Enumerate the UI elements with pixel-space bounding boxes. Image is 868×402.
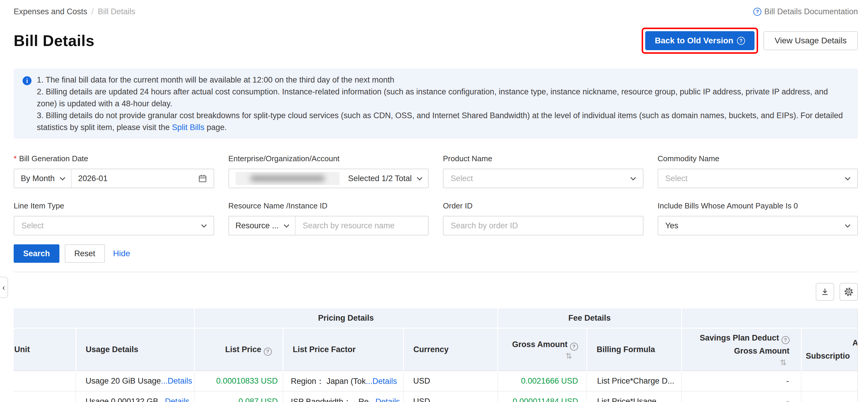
title-row: Bill Details Back to Old Version ? View … [14, 28, 858, 54]
back-to-old-version-button[interactable]: Back to Old Version ? [645, 31, 754, 50]
bill-details-table: Pricing Details Fee Details Unit Usage D… [14, 308, 858, 402]
col-currency: Currency [403, 328, 498, 371]
page-title: Bill Details [14, 32, 94, 49]
col-list-price: List Price? [194, 328, 283, 371]
group-fee-details: Fee Details [498, 308, 681, 328]
cell-list-price-factor: ISP Bandwidth： - Re...Details [283, 391, 403, 402]
back-to-old-version-label: Back to Old Version [655, 36, 734, 45]
usage-details-link[interactable]: ...Details [161, 376, 192, 386]
line-item-type-placeholder: Select [14, 221, 202, 230]
factor-details-link[interactable]: ...Details [369, 397, 400, 402]
chevron-down-icon [417, 175, 422, 180]
order-id-input[interactable] [443, 221, 643, 230]
filter-order-id: Order ID [443, 201, 644, 235]
commodity-name-select[interactable]: Select [658, 169, 858, 188]
gear-icon [844, 287, 854, 297]
topbar: Expenses and Costs / Bill Details ? Bill… [14, 7, 858, 16]
bill-generation-date-field: By Month 2026-01 [14, 169, 214, 188]
product-name-select[interactable]: Select [443, 169, 644, 188]
help-circle-icon[interactable]: ? [781, 336, 789, 344]
account-tag [236, 172, 340, 185]
filter-line-item-type: Line Item Type Select [14, 201, 214, 235]
notice-text: 1. The final bill data for the current m… [37, 74, 848, 133]
commodity-name-placeholder: Select [658, 174, 846, 183]
cell-list-price: 0.087 USD [194, 391, 283, 402]
cell-billing-formula: List Price*Usage [587, 391, 681, 402]
download-icon [820, 287, 830, 297]
group-pricing-details: Pricing Details [194, 308, 498, 328]
bill-details-documentation-link[interactable]: ? Bill Details Documentation [753, 7, 858, 16]
bill-generation-date-label: *Bill Generation Date [14, 154, 214, 163]
usage-details-link[interactable]: ...Details [158, 397, 189, 402]
account-label: Enterprise/Organization/Account [228, 154, 429, 163]
zero-amount-bills-label: Include Bills Whose Amount Payable Is 0 [658, 201, 858, 210]
resource-name-input[interactable] [296, 221, 428, 230]
column-settings-button[interactable] [839, 283, 858, 301]
group-blank-right [681, 308, 858, 328]
col-clipped-subscription: A Subscriptio [801, 328, 858, 371]
cell-unit [14, 371, 76, 391]
title-buttons: Back to Old Version ? View Usage Details [642, 28, 858, 54]
cell-list-price: 0.00010833 USD [194, 371, 283, 391]
table-row: Usage 20 GiB Usage...Details 0.00010833 … [14, 371, 858, 391]
chevron-down-icon [845, 222, 850, 227]
filter-bill-generation-date: *Bill Generation Date By Month 2026-01 [14, 154, 214, 188]
filter-form: *Bill Generation Date By Month 2026-01 [14, 154, 858, 235]
cell-currency: USD [403, 371, 498, 391]
reset-button[interactable]: Reset [65, 244, 105, 263]
line-item-type-select[interactable]: Select [14, 216, 214, 235]
cell-savings-plan-deduct: - [681, 371, 801, 391]
date-granularity-select[interactable]: By Month [14, 169, 71, 188]
order-id-field [443, 216, 644, 235]
view-usage-details-label: View Usage Details [775, 36, 847, 45]
month-picker[interactable]: 2026-01 [71, 169, 191, 188]
collapse-panel-handle[interactable]: ‹ [0, 277, 8, 298]
resource-mode-select[interactable]: Resource ... [229, 216, 296, 235]
export-download-button[interactable] [816, 283, 834, 301]
col-list-price-factor: List Price Factor [283, 328, 403, 371]
split-bills-link[interactable]: Split Bills [172, 123, 205, 132]
highlight-red-box: Back to Old Version ? [642, 28, 758, 54]
notice-line-3: 3. Billing details do not provide granul… [37, 109, 848, 133]
view-usage-details-button[interactable]: View Usage Details [764, 31, 858, 50]
col-billing-formula: Billing Formula [587, 328, 681, 371]
search-button[interactable]: Search [14, 244, 59, 263]
filter-resource-name: Resource Name /Instance ID Resource ... [228, 201, 429, 235]
chevron-down-icon [60, 175, 65, 180]
account-select-field[interactable]: Selected 1/2 Total [228, 169, 429, 188]
breadcrumb: Expenses and Costs / Bill Details [14, 7, 135, 16]
calendar-icon[interactable] [192, 169, 214, 188]
line-item-type-label: Line Item Type [14, 201, 214, 210]
chevron-down-icon [845, 175, 850, 180]
filter-actions: Search Reset Hide [14, 244, 858, 263]
hide-link[interactable]: Hide [113, 249, 130, 258]
sort-icon[interactable]: ⇅ [682, 358, 801, 368]
resource-name-label: Resource Name /Instance ID [228, 201, 429, 210]
zero-amount-bills-value: Yes [658, 221, 846, 230]
notice-line-1: 1. The final bill data for the current m… [37, 74, 848, 86]
factor-details-link[interactable]: ...Details [366, 377, 397, 386]
doc-link-label: Bill Details Documentation [764, 7, 858, 16]
cell-usage-details: Usage 20 GiB Usage...Details [76, 371, 194, 391]
bill-table-container: Pricing Details Fee Details Unit Usage D… [14, 308, 858, 402]
sort-icon[interactable]: ⇅ [498, 351, 586, 361]
cell-clipped [801, 371, 858, 391]
resource-mode-value: Resource ... [236, 221, 279, 230]
account-selected-text: Selected 1/2 Total [348, 174, 412, 183]
help-circle-icon[interactable]: ? [264, 348, 272, 356]
filter-commodity-name: Commodity Name Select [658, 154, 858, 188]
col-savings-plan-deduct: Savings Plan Deduct? Gross Amount ⇅ [681, 328, 801, 371]
breadcrumb-separator: / [92, 7, 94, 16]
cell-gross-amount: 0.000011484 USD [498, 391, 587, 402]
cell-gross-amount: 0.0021666 USD [498, 371, 587, 391]
resource-name-field: Resource ... [228, 216, 429, 235]
section-divider [14, 272, 858, 272]
breadcrumb-bill-details: Bill Details [98, 7, 135, 16]
help-circle-icon[interactable]: ? [570, 343, 578, 350]
breadcrumb-expenses[interactable]: Expenses and Costs [14, 7, 87, 16]
cell-list-price-factor: Region： Japan (Tok...Details [283, 371, 403, 391]
zero-amount-bills-select[interactable]: Yes [658, 216, 858, 235]
chevron-down-icon [284, 222, 289, 227]
account-selected-summary[interactable]: Selected 1/2 Total [342, 169, 428, 188]
notice-banner: i 1. The final bill data for the current… [14, 69, 858, 139]
